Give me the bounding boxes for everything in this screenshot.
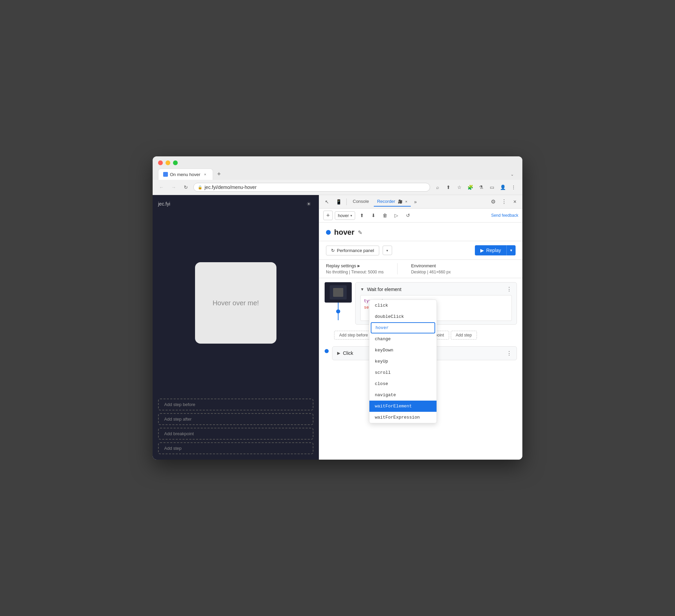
step-toggle[interactable]: ▼ xyxy=(360,287,364,292)
type-dropdown-overlay: click doubleClick hover change keyDown k… xyxy=(355,300,517,423)
maximize-button[interactable] xyxy=(173,160,178,165)
main-content: jec.fyi ☀ Hover over me! Add step before… xyxy=(153,195,522,460)
edit-name-icon[interactable]: ✎ xyxy=(358,229,362,236)
replay-main-button[interactable]: ▶ Replay xyxy=(475,245,507,255)
sidebar-button[interactable]: ▭ xyxy=(487,182,497,192)
dropdown-item-click[interactable]: click xyxy=(369,300,437,311)
add-step-before-button[interactable]: Add step before xyxy=(158,399,313,410)
timeline-area: ▼ Wait for element ⋮ type : | xyxy=(319,278,522,364)
tab-close-button[interactable]: × xyxy=(203,172,208,177)
dropdown-item-doubleclick[interactable]: doubleClick xyxy=(369,311,437,322)
title-bar: On menu hover × + ⌄ xyxy=(153,156,522,180)
type-dropdown: click doubleClick hover change keyDown k… xyxy=(369,300,437,423)
recording-name-dropdown-icon[interactable]: ▾ xyxy=(350,214,352,217)
add-recording-button[interactable]: + xyxy=(323,211,333,220)
bookmark-button[interactable]: ☆ xyxy=(455,182,464,192)
hover-card[interactable]: Hover over me! xyxy=(195,262,276,344)
cursor-tool[interactable]: ↖ xyxy=(322,197,332,207)
add-step-after-button[interactable]: Add step after xyxy=(158,413,313,425)
wait-for-element-row: ▼ Wait for element ⋮ type : | xyxy=(319,278,522,329)
more-tabs-button[interactable]: » xyxy=(412,198,419,206)
perf-dropdown-button[interactable]: ▾ xyxy=(383,246,392,255)
back-button[interactable]: ← xyxy=(157,182,166,192)
settings-divider xyxy=(397,263,398,274)
window-minimize-icon[interactable]: ⌄ xyxy=(507,170,517,179)
recording-title: hover xyxy=(334,228,354,237)
timeline-line xyxy=(338,303,339,309)
tab-bar: On menu hover × + ⌄ xyxy=(158,169,517,180)
environment-label: Environment xyxy=(411,263,451,268)
close-button[interactable] xyxy=(158,160,163,165)
omnibox-actions: ⌕ ⬆ ☆ 🧩 ⚗ ▭ 👤 ⋮ xyxy=(433,182,518,192)
recording-name-text: hover xyxy=(338,213,349,218)
traffic-lights xyxy=(158,160,517,165)
dropdown-item-keyup[interactable]: keyUp xyxy=(369,356,437,367)
labs-button[interactable]: ⚗ xyxy=(476,182,486,192)
forward-button[interactable]: → xyxy=(169,182,178,192)
add-breakpoint-button[interactable]: Add breakpoint xyxy=(158,428,313,440)
replay-button-group: ▶ Replay ▾ xyxy=(475,245,516,255)
devtools-panel: ↖ 📱 Console Recorder 🎥 × » ⚙ ⋮ × + xyxy=(319,195,522,460)
account-button[interactable]: 👤 xyxy=(498,182,507,192)
performance-panel-row: ↻ Performance panel ▾ ▶ Replay ▾ xyxy=(319,241,522,260)
dropdown-item-navigate[interactable]: navigate xyxy=(369,389,437,401)
extensions-button[interactable]: 🧩 xyxy=(465,182,475,192)
new-tab-button[interactable]: + xyxy=(214,170,224,179)
tab-recorder[interactable]: Recorder 🎥 × xyxy=(374,197,411,207)
tab-console[interactable]: Console xyxy=(349,197,372,207)
dropdown-item-scroll[interactable]: scroll xyxy=(369,367,437,378)
address-bar[interactable]: 🔒 jec.fyi/demo/menu-hover xyxy=(193,183,430,192)
dropdown-item-hover[interactable]: hover xyxy=(371,322,435,333)
performance-panel-button[interactable]: ↻ Performance panel xyxy=(326,246,379,255)
timeline-line-bottom xyxy=(338,313,339,320)
perf-icon: ↻ xyxy=(331,248,335,253)
more-button[interactable]: ⋮ xyxy=(509,182,518,192)
timeline-connector xyxy=(325,282,352,320)
dropdown-item-waitforelement[interactable]: waitForElement xyxy=(369,401,437,412)
devtools-settings-button[interactable]: ⚙ xyxy=(488,197,498,207)
add-step-button[interactable]: Add step xyxy=(158,442,313,454)
page-header: jec.fyi ☀ xyxy=(153,195,319,213)
environment-value: Desktop | 461×660 px xyxy=(411,270,451,274)
search-button[interactable]: ⌕ xyxy=(433,182,442,192)
perf-label: Performance panel xyxy=(337,248,374,253)
click-title: Click xyxy=(343,350,353,356)
devtools-header: ↖ 📱 Console Recorder 🎥 × » ⚙ ⋮ × xyxy=(319,195,522,209)
replay-settings-row: Replay settings ▶ No throttling | Timeou… xyxy=(319,260,522,278)
step-menu-button[interactable]: ⋮ xyxy=(506,286,512,292)
dropdown-item-waitforexpression[interactable]: waitForExpression xyxy=(369,412,437,423)
click-connector xyxy=(325,348,329,353)
recorder-toolbar: + hover ▾ ⬆ ⬇ 🗑 ▷ ↺ Send feedback xyxy=(319,209,522,223)
devtools-more-button[interactable]: ⋮ xyxy=(499,197,509,207)
replay-dropdown-arrow[interactable]: ▾ xyxy=(507,246,516,255)
delete-recording-button[interactable]: 🗑 xyxy=(380,211,390,220)
dropdown-item-change[interactable]: change xyxy=(369,333,437,345)
page-content: Hover over me! xyxy=(153,213,319,393)
step-card-header: ▼ Wait for element ⋮ xyxy=(360,286,512,292)
play-button[interactable]: ▷ xyxy=(392,211,401,220)
throttling-value: No throttling | Timeout: 5000 ms xyxy=(326,270,384,274)
share-button[interactable]: ⬆ xyxy=(444,182,453,192)
reload-button[interactable]: ↻ xyxy=(181,182,191,192)
click-toggle[interactable]: ▶ xyxy=(337,351,340,355)
dropdown-item-close[interactable]: close xyxy=(369,378,437,389)
address-text: jec.fyi/demo/menu-hover xyxy=(205,185,256,190)
theme-toggle[interactable]: ☀ xyxy=(304,199,313,209)
undo-button[interactable]: ↺ xyxy=(403,211,413,220)
recorder-body: hover ✎ ↻ Performance panel ▾ ▶ Replay xyxy=(319,223,522,460)
active-tab[interactable]: On menu hover × xyxy=(158,169,213,180)
recorder-tab-close[interactable]: × xyxy=(405,199,407,204)
send-feedback-link[interactable]: Send feedback xyxy=(491,213,518,218)
recording-name-selector[interactable]: hover ▾ xyxy=(335,211,355,220)
device-tool[interactable]: 📱 xyxy=(333,197,344,207)
import-button[interactable]: ⬇ xyxy=(369,211,378,220)
dropdown-item-keydown[interactable]: keyDown xyxy=(369,345,437,356)
devtools-close-button[interactable]: × xyxy=(510,197,520,207)
secure-icon: 🔒 xyxy=(198,185,203,190)
replay-settings-label[interactable]: Replay settings ▶ xyxy=(326,263,384,268)
recording-status-dot xyxy=(326,230,331,235)
export-button[interactable]: ⬆ xyxy=(357,211,367,220)
minimize-button[interactable] xyxy=(166,160,170,165)
header-divider xyxy=(346,198,347,205)
recording-header: hover ✎ xyxy=(319,223,522,241)
